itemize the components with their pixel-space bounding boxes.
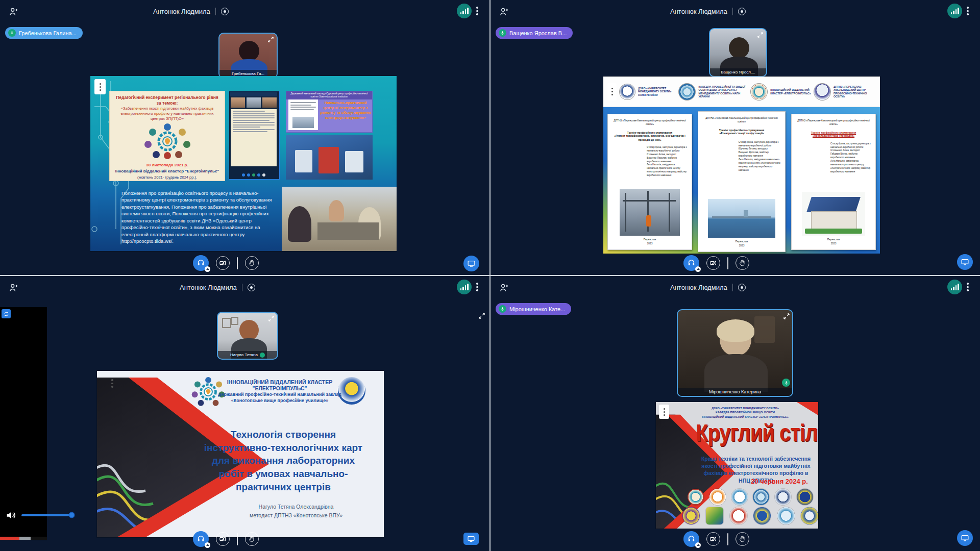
audio-button[interactable] [683, 531, 699, 547]
camera-off-button[interactable] [706, 256, 720, 270]
slide-title-panel: Педагогічний експеримент регіонального р… [109, 91, 225, 181]
doc-city: Переяслав [644, 238, 656, 241]
raise-hand-button[interactable] [245, 256, 259, 270]
audio-button[interactable] [683, 255, 699, 271]
active-speaker-name: Ващенко Ярослав В... [509, 30, 567, 36]
npc-panel-title: Навчально-практичний центр «Електромонте… [320, 101, 371, 120]
volume-slider-knob[interactable] [69, 513, 74, 517]
header-presenter-name: Антонюк Людмила [180, 284, 237, 291]
partner-logo [797, 489, 813, 505]
participants-icon[interactable] [8, 6, 19, 19]
more-options-icon[interactable] [476, 7, 478, 15]
active-speaker-badge[interactable]: Мірошниченко Кате... [496, 303, 571, 315]
cluster-gears-graphic [142, 123, 193, 160]
header-presenter-name: Антонюк Людмила [670, 284, 727, 291]
doc-year: 2023 [647, 242, 653, 245]
connection-quality-icon[interactable] [457, 4, 472, 18]
participants-icon[interactable] [499, 6, 510, 19]
cluster-name: Інноваційний віддалений кластер "Енергоі… [110, 169, 225, 173]
more-options-icon[interactable] [967, 283, 969, 291]
raise-hand-button[interactable] [736, 532, 749, 546]
partner-logo [753, 507, 771, 524]
roundtable-date: 20 червня 2024 р. [751, 478, 808, 485]
record-indicator-icon[interactable] [248, 284, 255, 291]
expand-thumbnail-icon[interactable] [267, 315, 275, 322]
controls-divider [727, 257, 728, 269]
partner-logo [777, 507, 795, 524]
video-thumbnail[interactable]: Нагуло Тетяна [217, 312, 278, 360]
camera-off-button[interactable] [706, 532, 720, 546]
expand-thumbnail-icon[interactable] [782, 312, 790, 320]
record-indicator-icon[interactable] [738, 284, 746, 291]
camera-off-button[interactable] [216, 256, 230, 270]
doc-year: 2023 [739, 244, 745, 247]
sync-icon[interactable] [2, 309, 11, 318]
doc-title: «Прокладання трас і проводок» [796, 134, 871, 138]
connection-quality-icon[interactable] [947, 4, 962, 18]
training-doc-stations: ДПТНЗ «Переяслав-Хмельницький центр проф… [698, 111, 786, 252]
controls-divider [237, 257, 238, 269]
meeting-window-1: Антонюк Людмила Гребенькова Галина... Гр… [0, 0, 489, 275]
active-speaker-badge[interactable]: Ващенко Ярослав В... [496, 27, 573, 39]
expand-thumbnail-icon[interactable] [756, 31, 764, 39]
thumbnail-name-label: Ващенко Яросл.... [721, 70, 755, 74]
org-logo-kafedra-label: КАФЕДРА ПРОФЕСІЙНОЇ ТА ВИЩОЇ ОСВІТИ ДЗВО… [698, 85, 748, 98]
screenshare-button[interactable] [463, 256, 479, 271]
shared-slide: ДЗВО «УНІВЕРСИТЕТ МЕНЕДЖМЕНТУ ОСВІТИ» НА… [603, 77, 880, 254]
connection-quality-icon[interactable] [457, 280, 472, 294]
audio-options-chevron[interactable] [205, 266, 210, 272]
expand-thumbnail-icon[interactable] [267, 36, 275, 43]
doc-author: Стисар Ірина, заступник директора з навч… [830, 142, 871, 149]
doc-author: Гайдарж Віктор, майстер виробничого навч… [830, 153, 871, 160]
header-divider [242, 284, 242, 291]
audio-options-chevron[interactable] [695, 542, 701, 548]
video-progress-bar[interactable] [0, 537, 47, 540]
partner-logo [801, 507, 818, 524]
org-logo-umo [620, 84, 635, 99]
doc-org: ДПТНЗ «Переяслав-Хмельницький центр проф… [702, 117, 781, 123]
volume-icon[interactable] [5, 510, 16, 523]
audio-button[interactable] [193, 255, 209, 271]
screenshare-button[interactable] [957, 254, 973, 270]
camera-off-button[interactable] [216, 532, 230, 546]
active-speaker-badge[interactable]: Гребенькова Галина... [5, 27, 83, 39]
record-indicator-icon[interactable] [738, 8, 746, 15]
raise-hand-button[interactable] [736, 256, 749, 270]
org-logo-kafedra [679, 84, 695, 100]
expand-share-icon[interactable] [478, 312, 486, 322]
doc-org: ДПТНЗ «Переяслав-Хмельницький центр проф… [796, 119, 871, 126]
connection-quality-icon[interactable] [947, 280, 962, 294]
school-title: Державний професійно-технічний навчальни… [212, 391, 347, 404]
slide-menu-icon[interactable] [111, 379, 113, 388]
header-divider [215, 8, 216, 15]
shared-slide: ІННОВАЦІЙНИЙ ВІДДАЛЕНИЙ КЛАСТЕР "ЕЛЕКТРО… [97, 371, 384, 537]
more-options-icon[interactable] [967, 7, 969, 15]
training-doc-transformers: ДПТНЗ «Переяслав-Хмельницький центр проф… [607, 114, 692, 250]
cluster-period: (жовтень 2021- грудень 2024 рр.). [110, 175, 225, 180]
record-indicator-icon[interactable] [221, 8, 229, 15]
more-options-icon[interactable] [476, 283, 478, 291]
slide-menu-icon[interactable] [94, 79, 106, 94]
volume-slider[interactable] [21, 514, 72, 516]
header-divider [732, 284, 733, 291]
video-thumbnail[interactable]: Гребенькова Га... [218, 33, 278, 79]
header-presenter-name: Антонюк Людмила [670, 8, 727, 15]
doc-city: Переяслав [736, 240, 748, 243]
audio-options-chevron[interactable] [695, 266, 701, 272]
partner-logos-row-1 [688, 489, 813, 505]
audio-button[interactable] [193, 531, 209, 547]
presentation-author: Нагуло Тетяна Олександрівнаметодист ДПТН… [225, 503, 368, 520]
screenshare-button[interactable] [957, 530, 973, 546]
npc-panel: Державний навчальний заклад «Одеський це… [286, 91, 373, 133]
slide-menu-icon[interactable] [607, 83, 617, 101]
raise-hand-button[interactable] [245, 532, 259, 546]
participants-icon[interactable] [499, 282, 510, 295]
doc-author: Ващенко Ярослав, майстер виробничого нав… [739, 151, 781, 158]
video-thumbnail[interactable]: Мірошниченко Катерина [677, 309, 793, 397]
slide-menu-icon[interactable] [659, 405, 669, 419]
slide-org-header: ДЗВО «УНІВЕРСИТЕТ МЕНЕДЖМЕНТУ ОСВІТИ» КА… [692, 406, 799, 419]
audio-options-chevron[interactable] [205, 542, 210, 548]
participants-icon[interactable] [8, 282, 19, 295]
screenshare-button[interactable] [463, 533, 479, 545]
video-thumbnail[interactable]: Ващенко Яросл.... [709, 28, 767, 77]
